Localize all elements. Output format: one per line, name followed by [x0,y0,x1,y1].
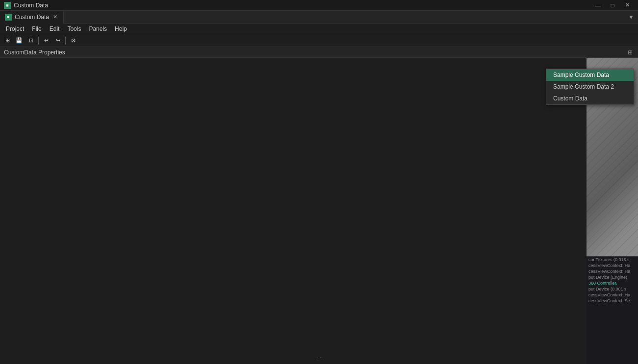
log-line-2: cessViewContext::Ha [587,263,638,268]
app-title: Custom Data [14,2,588,9]
minimize-button[interactable]: — [591,1,605,10]
menu-tools[interactable]: Tools [63,24,85,33]
log-line-3: cessViewContext::Ha [587,268,638,274]
close-button[interactable]: ✕ [620,1,634,10]
tab-dropdown-button[interactable]: ▼ [624,14,638,21]
tab-close-button[interactable]: ✕ [52,13,58,21]
toolbar-separator-2 [65,37,66,45]
menu-project[interactable]: Project [2,24,28,33]
toolbar-undo-btn[interactable]: ↩ [41,36,51,46]
log-panel: conTextures (0.013 s cessViewContext::Ha… [587,256,638,364]
dropdown-item-custom-data[interactable]: Custom Data [546,93,634,104]
main-content: conTextures (0.013 s cessViewContext::Ha… [0,58,638,364]
menu-help[interactable]: Help [111,24,131,33]
add-item-dropdown-menu: Sample Custom Data Sample Custom Data 2 … [546,69,634,105]
menu-bar: Project File Edit Tools Panels Help [0,24,638,34]
menu-panels[interactable]: Panels [85,24,111,33]
window-controls: — □ ✕ [591,1,634,10]
log-line-8: cessViewContext::Se [587,298,638,304]
toolbar-save-btn[interactable]: 💾 [14,36,25,46]
tab-icon: ■ [5,14,12,21]
properties-header: CustomData Properties ⊞ [0,47,638,58]
tab-label: Custom Data [15,14,49,21]
toolbar-separator [38,37,39,45]
toolbar-redo-btn[interactable]: ↪ [52,36,63,46]
properties-title: CustomData Properties [4,49,65,56]
bottom-dots: ..... [316,354,323,359]
title-bar: ■ Custom Data — □ ✕ [0,0,638,11]
toolbar-grid-btn[interactable]: ⊞ [2,36,13,46]
dropdown-item-sample-custom-data[interactable]: Sample Custom Data [546,69,634,81]
app-icon: ■ [4,2,11,9]
dropdown-item-sample-custom-data-2[interactable]: Sample Custom Data 2 [546,81,634,93]
toolbar: ⊞ 💾 ⊡ ↩ ↪ ⊠ [0,34,638,47]
log-line-4: put Device (Engine) [587,274,638,280]
tab-custom-data[interactable]: ■ Custom Data ✕ [0,11,64,24]
log-line-7: cessViewContext::Ha [587,292,638,298]
menu-edit[interactable]: Edit [46,24,64,33]
toolbar-box-btn[interactable]: ⊡ [26,36,36,46]
maximize-button[interactable]: □ [606,1,619,10]
toolbar-exit-btn[interactable]: ⊠ [68,36,78,46]
tab-bar: ■ Custom Data ✕ ▼ [0,11,638,24]
menu-file[interactable]: File [28,24,45,33]
log-line-5: 360 Controller. [587,280,638,286]
log-line-6: put Device (0.001 s [587,286,638,292]
properties-settings-icon[interactable]: ⊞ [626,49,634,56]
log-line-1: conTextures (0.013 s [587,257,638,263]
